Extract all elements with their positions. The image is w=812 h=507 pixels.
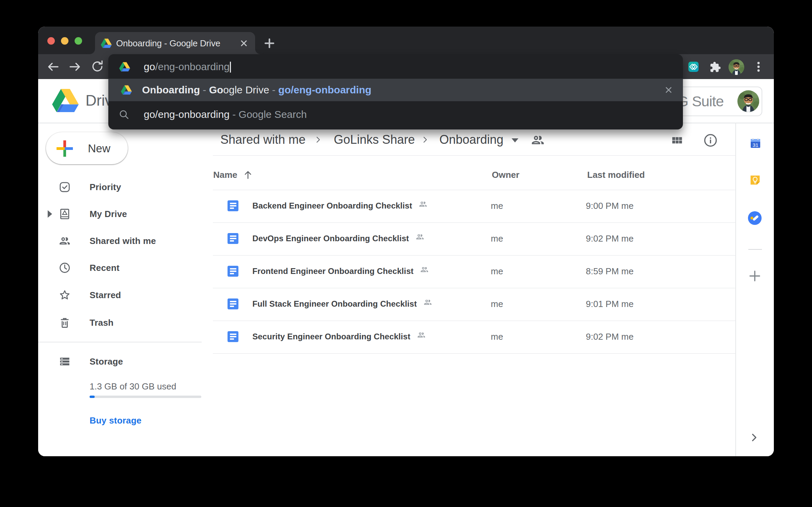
svg-text:31: 31 — [752, 142, 758, 148]
